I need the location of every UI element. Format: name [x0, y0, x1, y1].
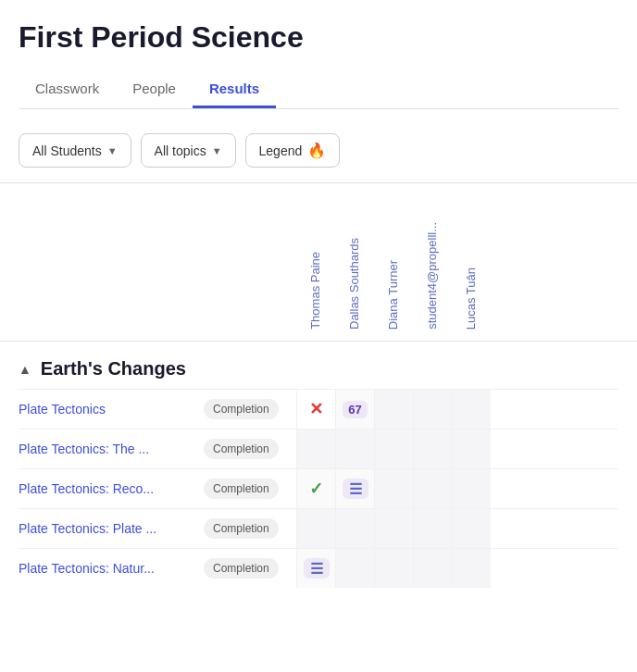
section-title: Earth's Changes	[41, 358, 186, 380]
list-icon: ☰	[343, 479, 368, 499]
cell-3-3	[413, 509, 452, 548]
row-cells-3	[296, 509, 491, 548]
table-row: Plate Tectonics: Natur... Completion ☰	[19, 548, 618, 588]
cell-4-4	[452, 549, 491, 588]
check-red-icon: ✕	[309, 399, 323, 419]
filter-bar: All Students ▼ All topics ▼ Legend 🔥	[0, 118, 637, 182]
students-filter[interactable]: All Students ▼	[19, 133, 131, 168]
cell-0-4	[452, 390, 491, 429]
legend-button[interactable]: Legend 🔥	[245, 133, 341, 168]
completion-badge-4: Completion	[204, 558, 296, 579]
row-cells-4: ☰	[296, 549, 491, 588]
row-cells-2: ✓ ☰	[296, 469, 491, 508]
cell-2-3	[413, 469, 452, 508]
student-name-2: Diana Turner	[386, 260, 401, 330]
tab-results[interactable]: Results	[193, 71, 276, 108]
student-name-4: Lucas Tuân	[464, 268, 479, 330]
check-green-icon: ✓	[309, 479, 323, 499]
tabs-bar: Classwork People Results	[19, 71, 618, 109]
section-header: ▲ Earth's Changes	[0, 342, 637, 389]
table-row: Plate Tectonics: Reco... Completion ✓ ☰	[19, 468, 618, 508]
cell-1-0	[296, 429, 335, 468]
student-col-1: Dallas Southards	[335, 222, 374, 337]
cell-0-3	[413, 390, 452, 429]
score-value-0: 67	[343, 401, 367, 418]
data-rows: Plate Tectonics Completion ✕ 67 Plate Te…	[0, 389, 637, 588]
tab-classwork[interactable]: Classwork	[19, 71, 116, 108]
cell-3-2	[374, 509, 413, 548]
student-headers-area: Thomas Paine Dallas Southards Diana Turn…	[0, 183, 637, 341]
topic-link-1[interactable]: Plate Tectonics: The ...	[19, 442, 204, 456]
row-cells-0: ✕ 67	[296, 390, 491, 429]
student-name-1: Dallas Southards	[347, 238, 362, 330]
cell-0-0: ✕	[296, 390, 335, 429]
topics-filter[interactable]: All topics ▼	[141, 133, 236, 168]
completion-badge-0: Completion	[204, 399, 296, 419]
topic-link-0[interactable]: Plate Tectonics	[19, 402, 204, 417]
cell-2-1: ☰	[335, 469, 374, 508]
topic-link-4[interactable]: Plate Tectonics: Natur...	[19, 561, 204, 576]
student-col-4: Lucas Tuân	[452, 222, 491, 337]
students-filter-chevron: ▼	[107, 145, 118, 156]
tab-people[interactable]: People	[116, 71, 193, 108]
flame-icon: 🔥	[307, 142, 326, 159]
cell-3-0	[296, 509, 335, 548]
topic-link-2[interactable]: Plate Tectonics: Reco...	[19, 481, 204, 496]
page-title: First Period Science	[19, 20, 618, 55]
cell-4-0: ☰	[296, 549, 335, 588]
table-row: Plate Tectonics: The ... Completion	[19, 429, 618, 468]
cell-3-4	[452, 509, 491, 548]
cell-3-1	[335, 509, 374, 548]
cell-1-2	[374, 429, 413, 468]
topics-filter-chevron: ▼	[212, 145, 222, 156]
cell-4-1	[335, 549, 374, 588]
student-col-headers: Thomas Paine Dallas Southards Diana Turn…	[296, 222, 491, 337]
section-collapse-icon[interactable]: ▲	[19, 362, 31, 377]
cell-2-4	[452, 469, 491, 508]
cell-0-1: 67	[335, 390, 374, 429]
cell-1-1	[335, 429, 374, 468]
cell-4-3	[413, 549, 452, 588]
cell-4-2	[374, 549, 413, 588]
row-cells-1	[296, 429, 491, 468]
student-name-3: student4@propelll...	[425, 222, 440, 330]
students-filter-label: All Students	[32, 143, 102, 158]
student-name-0: Thomas Paine	[308, 252, 323, 330]
completion-badge-3: Completion	[204, 518, 296, 539]
completion-badge-2: Completion	[204, 479, 296, 499]
cell-2-2	[374, 469, 413, 508]
table-row: Plate Tectonics: Plate ... Completion	[19, 508, 618, 548]
list-icon-purple: ☰	[304, 558, 330, 579]
cell-0-2	[374, 390, 413, 429]
legend-label: Legend	[259, 143, 303, 158]
table-row: Plate Tectonics Completion ✕ 67	[19, 389, 618, 429]
cell-1-4	[452, 429, 491, 468]
student-col-2: Diana Turner	[374, 222, 413, 337]
student-col-0: Thomas Paine	[296, 222, 335, 337]
cell-1-3	[413, 429, 452, 468]
topics-filter-label: All topics	[155, 143, 206, 158]
cell-2-0: ✓	[296, 469, 335, 508]
completion-badge-1: Completion	[204, 439, 296, 459]
student-col-3: student4@propelll...	[413, 222, 452, 337]
topic-link-3[interactable]: Plate Tectonics: Plate ...	[19, 521, 204, 536]
